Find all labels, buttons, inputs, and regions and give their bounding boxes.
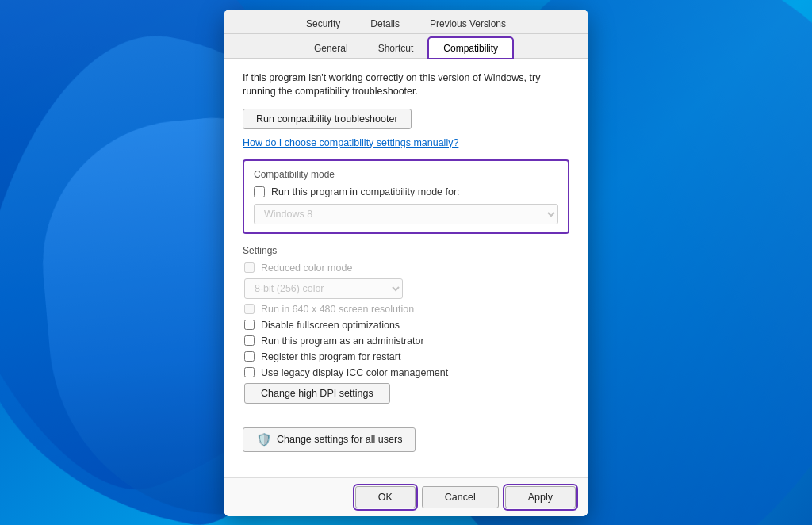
dialog-body: If this program isn't working correctly … bbox=[224, 59, 588, 477]
compatibility-mode-checkbox-label: Run this program in compatibility mode f… bbox=[271, 186, 460, 197]
fullscreen-checkbox[interactable] bbox=[244, 320, 255, 330]
resolution-label: Run in 640 x 480 screen resolution bbox=[261, 304, 414, 315]
reduced-color-label: Reduced color mode bbox=[261, 262, 352, 274]
tab-row-2: General Shortcut Compatibility bbox=[224, 34, 588, 59]
restart-row: Register this program for restart bbox=[244, 351, 568, 362]
resolution-row: Run in 640 x 480 screen resolution bbox=[244, 304, 568, 315]
description-text: If this program isn't working correctly … bbox=[243, 71, 569, 99]
compatibility-mode-checkbox-row: Run this program in compatibility mode f… bbox=[254, 186, 558, 197]
compatibility-mode-label: Compatibility mode bbox=[254, 169, 558, 180]
fullscreen-label: Disable fullscreen optimizations bbox=[261, 320, 400, 331]
apply-button[interactable]: Apply bbox=[505, 486, 576, 508]
settings-inner: Reduced color mode 8-bit (256) color Run… bbox=[243, 262, 569, 416]
compatibility-mode-dropdown[interactable]: Windows 8 Windows 7 Windows Vista (SP2) … bbox=[254, 204, 558, 224]
dialog-footer: OK Cancel Apply bbox=[224, 477, 588, 516]
color-dropdown-row: 8-bit (256) color bbox=[244, 278, 568, 299]
tab-previous-versions[interactable]: Previous Versions bbox=[415, 13, 521, 34]
settings-label: Settings bbox=[243, 245, 569, 256]
admin-row: Run this program as an administrator bbox=[244, 335, 568, 347]
compatibility-mode-dropdown-row: Windows 8 Windows 7 Windows Vista (SP2) … bbox=[254, 204, 558, 224]
ok-button[interactable]: OK bbox=[355, 486, 416, 508]
change-settings-label: Change settings for all users bbox=[277, 434, 402, 445]
tab-details[interactable]: Details bbox=[355, 13, 415, 34]
restart-checkbox[interactable] bbox=[244, 351, 255, 362]
compatibility-mode-section: Compatibility mode Run this program in c… bbox=[243, 159, 569, 234]
color-depth-dropdown[interactable]: 8-bit (256) color bbox=[244, 278, 403, 299]
help-link[interactable]: How do I choose compatibility settings m… bbox=[243, 137, 569, 148]
shield-icon: 🛡️ bbox=[256, 432, 272, 447]
icc-row: Use legacy display ICC color management bbox=[244, 367, 568, 378]
resolution-checkbox[interactable] bbox=[244, 304, 255, 314]
tab-security[interactable]: Security bbox=[291, 13, 355, 34]
change-settings-row: 🛡️ Change settings for all users bbox=[243, 427, 569, 452]
fullscreen-row: Disable fullscreen optimizations bbox=[244, 320, 568, 331]
properties-dialog: Security Details Previous Versions Gener… bbox=[224, 10, 588, 516]
tab-shortcut[interactable]: Shortcut bbox=[363, 37, 429, 59]
restart-label: Register this program for restart bbox=[261, 351, 400, 362]
dialog-overlay: Security Details Previous Versions Gener… bbox=[0, 0, 812, 525]
run-troubleshooter-button[interactable]: Run compatibility troubleshooter bbox=[243, 109, 412, 129]
tab-general[interactable]: General bbox=[299, 37, 363, 59]
icc-checkbox[interactable] bbox=[244, 367, 255, 377]
compatibility-mode-checkbox[interactable] bbox=[254, 186, 265, 197]
reduced-color-checkbox[interactable] bbox=[244, 262, 255, 273]
cancel-button[interactable]: Cancel bbox=[422, 486, 499, 508]
icc-label: Use legacy display ICC color management bbox=[261, 367, 448, 378]
change-settings-button[interactable]: 🛡️ Change settings for all users bbox=[243, 427, 416, 452]
admin-label: Run this program as an administrator bbox=[261, 335, 424, 347]
admin-checkbox[interactable] bbox=[244, 335, 255, 346]
dpi-settings-button[interactable]: Change high DPI settings bbox=[244, 383, 390, 404]
reduced-color-row: Reduced color mode bbox=[244, 262, 568, 274]
settings-section: Settings Reduced color mode 8-bit (256) … bbox=[243, 245, 569, 416]
tab-row-1: Security Details Previous Versions bbox=[224, 10, 588, 34]
tab-compatibility[interactable]: Compatibility bbox=[428, 37, 513, 59]
